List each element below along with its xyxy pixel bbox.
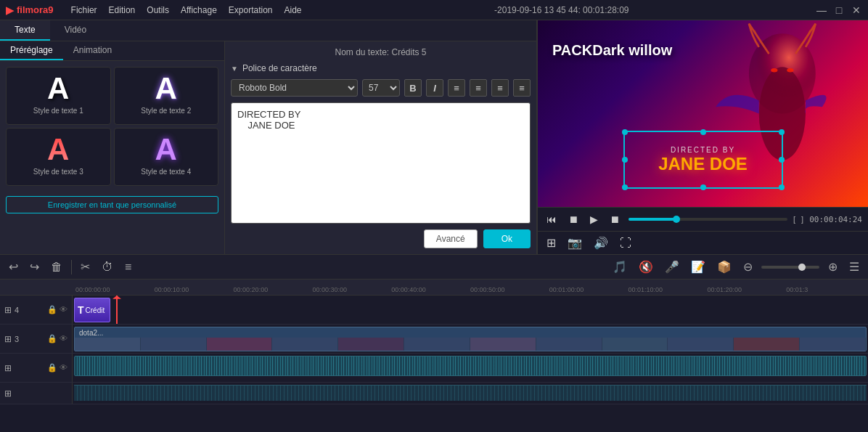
preset-letter-4: A bbox=[155, 134, 177, 165]
camera-btn[interactable]: 📷 bbox=[565, 235, 585, 251]
preset-label-1: Style de texte 1 bbox=[33, 107, 83, 115]
preview-credits-label: DIRECTED BY bbox=[625, 146, 782, 154]
text-clip-label: Crédit bbox=[86, 306, 105, 314]
close-button[interactable]: ✕ bbox=[851, 4, 862, 16]
playhead bbox=[116, 296, 118, 324]
track-eye-icon-3[interactable]: 👁 bbox=[60, 334, 67, 343]
track-content-audio[interactable] bbox=[73, 354, 868, 382]
progress-thumb bbox=[673, 216, 680, 223]
fullscreen-btn[interactable]: ⛶ bbox=[617, 235, 634, 251]
sel-handle-tm bbox=[700, 129, 706, 135]
text-clip[interactable]: T Crédit bbox=[74, 298, 110, 322]
track-number-3: 3 bbox=[15, 335, 19, 343]
tl-mute-btn[interactable]: 🔇 bbox=[636, 258, 656, 275]
tab-video[interactable]: Vidéo bbox=[50, 20, 101, 41]
track-label-extra: ⊞ bbox=[0, 383, 73, 404]
track-content-3[interactable]: dota2... bbox=[73, 325, 868, 353]
maximize-button[interactable]: □ bbox=[833, 4, 845, 16]
preset-label-3: Style de texte 3 bbox=[33, 168, 83, 176]
font-section-label: Police de caractère bbox=[242, 63, 317, 73]
tl-audio-btn[interactable]: 🎵 bbox=[610, 258, 630, 275]
tl-pkg-btn[interactable]: 📦 bbox=[714, 258, 734, 275]
volume-btn[interactable]: 🔊 bbox=[591, 235, 611, 251]
preset-item-1[interactable]: A Style de texte 1 bbox=[6, 67, 111, 125]
tl-plus-btn[interactable]: ⊕ bbox=[825, 258, 840, 275]
undo-button[interactable]: ↩ bbox=[6, 258, 21, 275]
track-icons-3: 🔒 👁 bbox=[47, 334, 67, 343]
font-family-select[interactable]: Roboto Bold bbox=[231, 79, 358, 97]
track-content-extra[interactable] bbox=[73, 383, 868, 404]
advanced-button[interactable]: Avancé bbox=[424, 229, 478, 248]
window-controls: — □ ✕ bbox=[816, 4, 862, 16]
tl-text-btn[interactable]: 📝 bbox=[688, 258, 708, 275]
extra-wave bbox=[74, 386, 867, 401]
menu-outils[interactable]: Outils bbox=[141, 4, 175, 17]
preset-item-3[interactable]: A Style de texte 3 bbox=[6, 128, 111, 186]
zoom-slider[interactable] bbox=[761, 266, 819, 269]
cut-button[interactable]: ✂ bbox=[78, 258, 93, 275]
track-label-audio: ⊞ 🔒 👁 bbox=[0, 354, 73, 382]
menu-exportation[interactable]: Exportation bbox=[223, 4, 279, 17]
align-center-button[interactable]: ≡ bbox=[470, 79, 487, 97]
menu-edition[interactable]: Edition bbox=[103, 4, 142, 17]
video-clip[interactable]: dota2... bbox=[74, 327, 867, 351]
delete-button[interactable]: 🗑 bbox=[48, 259, 65, 275]
tl-list-btn[interactable]: ☰ bbox=[846, 258, 862, 275]
tab-texte[interactable]: Texte bbox=[0, 20, 50, 41]
left-panel: Texte Vidéo Préréglage Animation A Style… bbox=[0, 20, 537, 254]
track-row-4: ⊞ 4 🔒 👁 T Crédit bbox=[0, 296, 868, 325]
align-right-button[interactable]: ≡ bbox=[491, 79, 509, 97]
svg-point-3 bbox=[787, 68, 793, 73]
minimize-button[interactable]: — bbox=[816, 4, 827, 16]
track-label-icon-grid: ⊞ bbox=[4, 305, 12, 315]
subtab-animation[interactable]: Animation bbox=[63, 41, 122, 60]
bold-button[interactable]: B bbox=[404, 79, 422, 97]
align-left-button[interactable]: ≡ bbox=[448, 79, 465, 97]
audio-clip[interactable] bbox=[74, 356, 867, 376]
save-preset-button[interactable]: Enregistrer en tant que personnalisé bbox=[6, 196, 218, 213]
font-size-select[interactable]: 57 bbox=[362, 79, 400, 97]
subtab-prereglage[interactable]: Préréglage bbox=[0, 41, 63, 60]
vt-6 bbox=[404, 338, 470, 351]
stop2-button[interactable]: ⏹ bbox=[607, 212, 623, 227]
ruler-mark-0: 00:00:00:00 bbox=[75, 286, 155, 293]
menu-fichier[interactable]: Fichier bbox=[65, 4, 103, 17]
align-justify-button[interactable]: ≡ bbox=[513, 79, 531, 97]
track-eye-icon-4[interactable]: 👁 bbox=[60, 305, 67, 314]
track-lock-icon-4[interactable]: 🔒 bbox=[47, 305, 57, 314]
track-lock-icon-audio[interactable]: 🔒 bbox=[47, 363, 57, 372]
speed-button[interactable]: ⏱ bbox=[99, 259, 116, 275]
stop-button[interactable]: ⏹ bbox=[565, 212, 581, 227]
bracket-left: [ bbox=[793, 215, 795, 224]
redo-button[interactable]: ↪ bbox=[27, 258, 42, 275]
play-button[interactable]: ▶ bbox=[587, 212, 601, 227]
progress-bar[interactable] bbox=[629, 218, 787, 221]
ruler-mark-2: 00:00:20:00 bbox=[234, 286, 313, 293]
preset-item-2[interactable]: A Style de texte 2 bbox=[114, 67, 219, 125]
track-row-3: ⊞ 3 🔒 👁 dota2... bbox=[0, 325, 868, 354]
font-section-header: ▼ Police de caractère bbox=[231, 63, 531, 73]
preset-item-4[interactable]: A Style de texte 4 bbox=[114, 128, 219, 186]
track-content-4[interactable]: T Crédit bbox=[73, 296, 868, 324]
presets-panel: Préréglage Animation A Style de texte 1 … bbox=[0, 41, 225, 254]
ruler-mark-8: 00:01:20:00 bbox=[707, 286, 786, 293]
rewind-button[interactable]: ⏮ bbox=[544, 212, 560, 227]
settings-button[interactable]: ≡ bbox=[122, 259, 134, 275]
menu-affichage[interactable]: Affichage bbox=[175, 4, 223, 17]
progress-fill bbox=[629, 218, 676, 221]
track-lock-icon-3[interactable]: 🔒 bbox=[47, 334, 57, 343]
screen-btn[interactable]: ⊞ bbox=[544, 235, 559, 251]
track-label-4: ⊞ 4 🔒 👁 bbox=[0, 296, 73, 324]
vt-9 bbox=[602, 338, 668, 351]
track-icons-4: 🔒 👁 bbox=[47, 305, 67, 314]
text-editor-area[interactable]: DIRECTED BY JANE DOE bbox=[231, 102, 531, 224]
selection-box: DIRECTED BY JANE DOE bbox=[623, 131, 783, 189]
menu-aide[interactable]: Aide bbox=[279, 4, 308, 17]
ok-button[interactable]: Ok bbox=[483, 229, 531, 248]
ruler-mark-1: 00:00:10:00 bbox=[155, 286, 234, 293]
tl-minus-btn[interactable]: ⊖ bbox=[740, 258, 756, 275]
track-eye-icon-audio[interactable]: 👁 bbox=[60, 363, 67, 372]
preview-title: PACKDark willow bbox=[552, 42, 672, 59]
tl-mic-btn[interactable]: 🎤 bbox=[662, 258, 682, 275]
italic-button[interactable]: I bbox=[426, 79, 443, 97]
